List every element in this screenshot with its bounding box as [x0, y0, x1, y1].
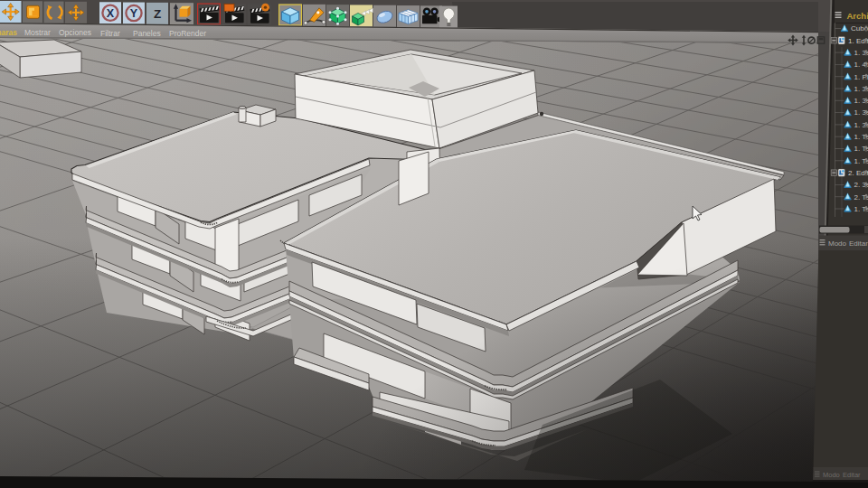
svg-text:X: X — [107, 7, 115, 20]
svg-text:Modo: Modo — [823, 471, 840, 479]
svg-text:Modo: Modo — [828, 239, 847, 248]
svg-text:Filtrar: Filtrar — [100, 29, 120, 38]
svg-text:2. Edificio: 2. Edificio — [848, 169, 868, 177]
svg-text:Opciones: Opciones — [59, 28, 91, 37]
svg-text:Cubo: Cubo — [851, 24, 868, 33]
svg-text:1. Edifi: 1. Edifi — [848, 37, 868, 45]
svg-text:Z: Z — [154, 7, 161, 21]
svg-text:Mostrar: Mostrar — [24, 28, 51, 37]
svg-text:ProRender: ProRender — [169, 29, 206, 38]
svg-text:Editar: Editar — [849, 239, 868, 248]
svg-text:maras: maras — [0, 28, 17, 37]
svg-text:Paneles: Paneles — [133, 29, 161, 38]
svg-text:Y: Y — [130, 7, 138, 20]
svg-text:Editar: Editar — [843, 471, 861, 479]
svg-text:Archivo: Archivo — [847, 11, 868, 21]
